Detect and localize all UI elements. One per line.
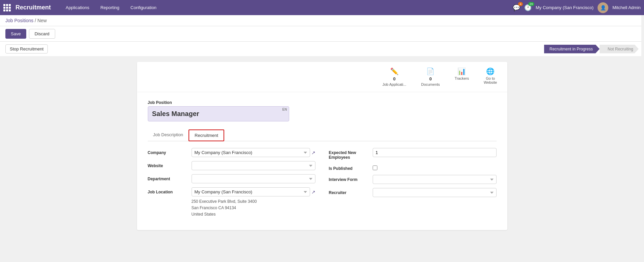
department-control: [192, 174, 315, 183]
stop-recruitment-button[interactable]: Stop Recruitment: [5, 44, 48, 53]
job-location-label: Job Location: [148, 187, 192, 194]
job-location-external-link-icon[interactable]: ↗: [311, 189, 315, 195]
job-location-field-row: Job Location My Company (San Francisco) …: [148, 187, 315, 196]
activity-count: 20: [528, 2, 534, 6]
interview-form-label: Interview Form: [329, 175, 373, 182]
globe-icon: 🌐: [486, 67, 495, 75]
scrollbar-track[interactable]: [641, 15, 644, 235]
activity-notification[interactable]: 🕐 20: [524, 4, 532, 11]
recruiter-label: Recruiter: [329, 188, 373, 195]
status-stages: Recruitment in Progress Not Recruiting: [544, 45, 639, 53]
company-field-row: Company My Company (San Francisco) ↗: [148, 148, 315, 157]
app-title[interactable]: Recruitment: [15, 4, 51, 11]
toolbar: Save Discard: [0, 26, 644, 42]
chart-icon: 📊: [457, 67, 466, 75]
form-grid: Company My Company (San Francisco) ↗ Web…: [148, 148, 497, 222]
expected-employees-field-row: Expected New Employees: [329, 148, 497, 160]
is-published-label: Is Published: [329, 164, 373, 171]
edit-icon: ✏️: [390, 67, 399, 75]
company-label: Company: [148, 148, 192, 155]
breadcrumb-separator: /: [35, 18, 36, 23]
form-body: Job Position EN Job Description Recruitm…: [137, 92, 507, 230]
recruiter-select[interactable]: [373, 188, 497, 197]
en-badge: EN: [282, 108, 287, 111]
website-field-row: Website: [148, 161, 315, 170]
job-location-address: 250 Executive Park Blvd, Suite 3400 San …: [148, 198, 315, 218]
topnav-right: 💬 4 🕐 20 My Company (San Francisco) 👤 Mi…: [513, 2, 641, 13]
expected-employees-control: [373, 148, 497, 157]
chat-count: 4: [518, 2, 523, 6]
recruiter-field-row: Recruiter: [329, 188, 497, 197]
company-name[interactable]: My Company (San Francisco): [536, 5, 594, 10]
status-bar: Stop Recruitment Recruitment in Progress…: [0, 42, 644, 57]
company-select[interactable]: My Company (San Francisco): [192, 148, 310, 157]
app-grid-icon[interactable]: [3, 4, 11, 11]
breadcrumb-parent[interactable]: Job Positions: [5, 18, 33, 23]
job-location-control: My Company (San Francisco) ↗: [192, 187, 315, 196]
job-position-label: Job Position: [148, 100, 497, 105]
stage-not-recruiting[interactable]: Not Recruiting: [600, 45, 639, 53]
interview-form-field-row: Interview Form: [329, 175, 497, 184]
recruiter-control: [373, 188, 497, 197]
is-published-checkbox[interactable]: [373, 165, 377, 170]
save-button[interactable]: Save: [5, 29, 26, 39]
menu-reporting[interactable]: Reporting: [96, 3, 124, 12]
menu-applications[interactable]: Applications: [61, 3, 94, 12]
breadcrumb-current: New: [37, 18, 47, 23]
smart-btn-documents[interactable]: 📄 0 Documents: [418, 66, 443, 88]
tab-job-description[interactable]: Job Description: [148, 129, 189, 141]
expected-employees-input[interactable]: [373, 148, 497, 157]
company-external-link-icon[interactable]: ↗: [311, 150, 315, 155]
menu-configuration[interactable]: Configuration: [126, 3, 161, 12]
job-position-input[interactable]: [148, 106, 289, 121]
website-select[interactable]: [192, 161, 315, 170]
tab-recruitment[interactable]: Recruitment: [189, 129, 224, 141]
website-control: [192, 161, 315, 170]
breadcrumb: Job Positions / New: [0, 15, 644, 26]
department-label: Department: [148, 174, 192, 181]
is-published-checkbox-wrapper: [373, 164, 377, 170]
user-name[interactable]: Mitchell Admin: [612, 5, 641, 10]
interview-form-control: [373, 175, 497, 184]
smart-btn-trackers[interactable]: 📊 Trackers: [451, 66, 472, 88]
form-card: ✏️ 0 Job Applicati... 📄 0 Documents 📊 Tr…: [137, 62, 507, 230]
smart-btn-job-applications[interactable]: ✏️ 0 Job Applicati...: [379, 66, 410, 88]
department-select[interactable]: [192, 174, 315, 183]
chat-notification[interactable]: 💬 4: [513, 4, 520, 11]
main-content: ✏️ 0 Job Applicati... 📄 0 Documents 📊 Tr…: [0, 57, 644, 235]
job-position-wrapper: EN: [148, 106, 289, 121]
top-navigation: Recruitment Applications Reporting Confi…: [0, 0, 644, 15]
expected-employees-label: Expected New Employees: [329, 148, 373, 160]
avatar[interactable]: 👤: [598, 2, 608, 13]
form-left: Company My Company (San Francisco) ↗ Web…: [148, 148, 315, 222]
smart-buttons-bar: ✏️ 0 Job Applicati... 📄 0 Documents 📊 Tr…: [137, 62, 507, 92]
department-field-row: Department: [148, 174, 315, 183]
smart-btn-go-to-website[interactable]: 🌐 Go toWebsite: [480, 66, 501, 88]
company-control: My Company (San Francisco) ↗: [192, 148, 315, 157]
form-tabs: Job Description Recruitment: [148, 129, 497, 141]
interview-form-select[interactable]: [373, 175, 497, 184]
website-label: Website: [148, 161, 192, 168]
is-published-field-row: Is Published: [329, 164, 497, 171]
job-location-select[interactable]: My Company (San Francisco): [192, 187, 310, 196]
top-menu: Applications Reporting Configuration: [61, 3, 509, 12]
form-right: Expected New Employees Is Published: [329, 148, 497, 222]
is-published-control: [373, 164, 497, 170]
stage-recruitment-in-progress[interactable]: Recruitment in Progress: [544, 45, 600, 53]
discard-button[interactable]: Discard: [29, 29, 55, 39]
document-icon: 📄: [426, 67, 435, 75]
